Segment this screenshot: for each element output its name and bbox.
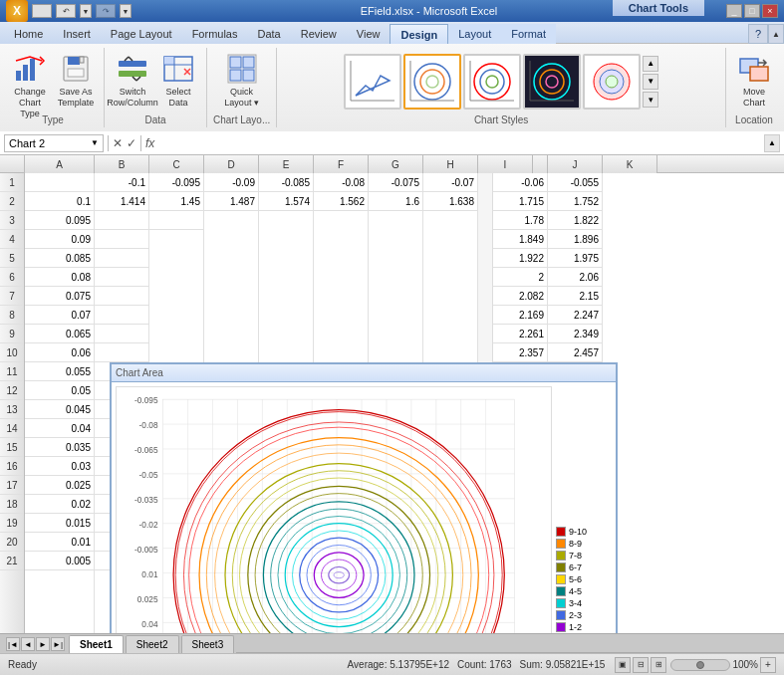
ribbon-help-btn[interactable]: ?	[748, 24, 768, 44]
cell-A14[interactable]: 0.04	[25, 419, 94, 438]
chart-style-1[interactable]	[344, 54, 401, 110]
switch-row-column-btn[interactable]: Switch Row/Column	[111, 50, 154, 112]
cell-K1[interactable]: -0.055	[548, 173, 602, 192]
cell-J9[interactable]: 2.261	[493, 325, 547, 343]
cell-K7[interactable]: 2.15	[548, 287, 602, 306]
cell-K8[interactable]: 2.247	[548, 306, 602, 325]
chart-styles-scroll-down[interactable]: ▼	[643, 74, 658, 90]
undo-dropdown[interactable]: ▼	[80, 4, 92, 18]
select-data-btn[interactable]: Select Data	[156, 50, 200, 112]
confirm-formula-btn[interactable]: ✓	[127, 136, 136, 150]
cell-C1[interactable]: -0.095	[149, 173, 203, 192]
cell-A17[interactable]: 0.025	[25, 476, 94, 495]
tab-data[interactable]: Data	[247, 24, 290, 44]
cell-K6[interactable]: 2.06	[548, 268, 602, 287]
cell-G2[interactable]: 1.6	[369, 192, 422, 211]
tab-layout[interactable]: Layout	[448, 24, 501, 44]
tab-page-layout[interactable]: Page Layout	[101, 24, 182, 44]
cell-B1[interactable]: -0.1	[95, 173, 148, 192]
chart-style-3[interactable]	[463, 54, 521, 110]
cell-A11[interactable]: 0.055	[25, 362, 94, 381]
normal-view-btn[interactable]: ▣	[615, 657, 631, 673]
cell-A7[interactable]: 0.075	[25, 287, 94, 306]
cell-D2[interactable]: 1.487	[204, 192, 258, 211]
cell-A4[interactable]: 0.09	[25, 230, 94, 249]
cell-K10[interactable]: 2.457	[548, 343, 602, 362]
cell-A21[interactable]: 0.005	[25, 552, 94, 570]
undo-btn[interactable]: ↶	[56, 4, 76, 18]
cell-J7[interactable]: 2.082	[493, 287, 547, 306]
cell-J1[interactable]: -0.06	[493, 173, 547, 192]
move-chart-btn[interactable]: Move Chart	[732, 50, 776, 112]
col-header-A[interactable]: A	[25, 155, 95, 173]
cell-A6[interactable]: 0.08	[25, 268, 94, 287]
col-header-B[interactable]: B	[95, 155, 149, 173]
cancel-formula-btn[interactable]: ✕	[113, 136, 123, 150]
tab-design[interactable]: Design	[390, 24, 448, 44]
cell-A12[interactable]: 0.05	[25, 381, 94, 400]
save-as-template-btn[interactable]: Save As Template	[54, 50, 98, 112]
cell-A18[interactable]: 0.02	[25, 495, 94, 514]
chart-style-2[interactable]	[403, 54, 461, 110]
cell-H2[interactable]: 1.638	[423, 192, 477, 211]
sheet-nav-first[interactable]: |◄	[6, 637, 20, 651]
cell-K9[interactable]: 2.349	[548, 325, 602, 343]
cell-A16[interactable]: 0.03	[25, 457, 94, 476]
cell-J2[interactable]: 1.715	[493, 192, 547, 211]
cell-B6[interactable]	[95, 268, 148, 287]
sheet-tab-2[interactable]: Sheet2	[126, 635, 179, 653]
col-header-I[interactable]: I	[478, 155, 533, 173]
tab-format[interactable]: Format	[501, 24, 556, 44]
cell-B9[interactable]	[95, 325, 148, 343]
sheet-tab-3[interactable]: Sheet3	[181, 635, 235, 653]
col-header-J[interactable]: J	[548, 155, 603, 173]
zoom-in-btn[interactable]: +	[760, 657, 776, 673]
sheet-nav-last[interactable]: ►|	[51, 637, 65, 651]
cell-B8[interactable]	[95, 306, 148, 325]
cell-K4[interactable]: 1.896	[548, 230, 602, 249]
cell-J6[interactable]: 2	[493, 268, 547, 287]
cell-A3[interactable]: 0.095	[25, 211, 94, 230]
change-chart-type-btn[interactable]: Change Chart Type	[8, 50, 52, 112]
cell-A8[interactable]: 0.07	[25, 306, 94, 325]
ribbon-collapse-btn[interactable]: ▲	[768, 24, 784, 44]
cell-J3[interactable]: 1.78	[493, 211, 547, 230]
cell-J5[interactable]: 1.922	[493, 249, 547, 268]
cell-A10[interactable]: 0.06	[25, 343, 94, 362]
sheet-nav-next[interactable]: ►	[36, 637, 50, 651]
tab-insert[interactable]: Insert	[53, 24, 101, 44]
quick-layout-btn[interactable]: Quick Layout ▾	[216, 50, 268, 112]
cell-A20[interactable]: 0.01	[25, 533, 94, 552]
name-box[interactable]: Chart 2 ▼	[4, 134, 104, 152]
cell-C3[interactable]	[149, 211, 203, 230]
page-layout-btn[interactable]: ⊟	[633, 657, 649, 673]
cell-F2[interactable]: 1.562	[314, 192, 368, 211]
cell-A1[interactable]	[25, 173, 94, 192]
cell-A9[interactable]: 0.065	[25, 325, 94, 343]
col-header-F[interactable]: F	[314, 155, 369, 173]
col-header-E[interactable]: E	[259, 155, 314, 173]
cell-B2[interactable]: 1.414	[95, 192, 148, 211]
chart-object[interactable]: Chart Area	[110, 362, 618, 633]
cell-B7[interactable]	[95, 287, 148, 306]
sheet-tab-1[interactable]: Sheet1	[69, 635, 124, 653]
page-break-btn[interactable]: ⊞	[651, 657, 666, 673]
formula-input[interactable]	[158, 134, 760, 152]
cell-K5[interactable]: 1.975	[548, 249, 602, 268]
sheet-nav-prev[interactable]: ◄	[21, 637, 35, 651]
cell-B5[interactable]	[95, 249, 148, 268]
cell-A13[interactable]: 0.045	[25, 400, 94, 419]
chart-styles-scroll-more[interactable]: ▾	[643, 92, 658, 108]
cell-J10[interactable]: 2.357	[493, 343, 547, 362]
cell-B4[interactable]	[95, 230, 148, 249]
col-header-C[interactable]: C	[149, 155, 204, 173]
col-header-H[interactable]: H	[423, 155, 478, 173]
cell-J8[interactable]: 2.169	[493, 306, 547, 325]
name-box-dropdown[interactable]: ▼	[91, 138, 99, 147]
customize-qat[interactable]: ▼	[120, 4, 131, 18]
formula-expand-btn[interactable]: ▲	[764, 134, 780, 152]
cell-C2[interactable]: 1.45	[149, 192, 203, 211]
col-header-G[interactable]: G	[369, 155, 423, 173]
cell-A19[interactable]: 0.015	[25, 514, 94, 533]
col-header-K[interactable]: K	[603, 155, 657, 173]
